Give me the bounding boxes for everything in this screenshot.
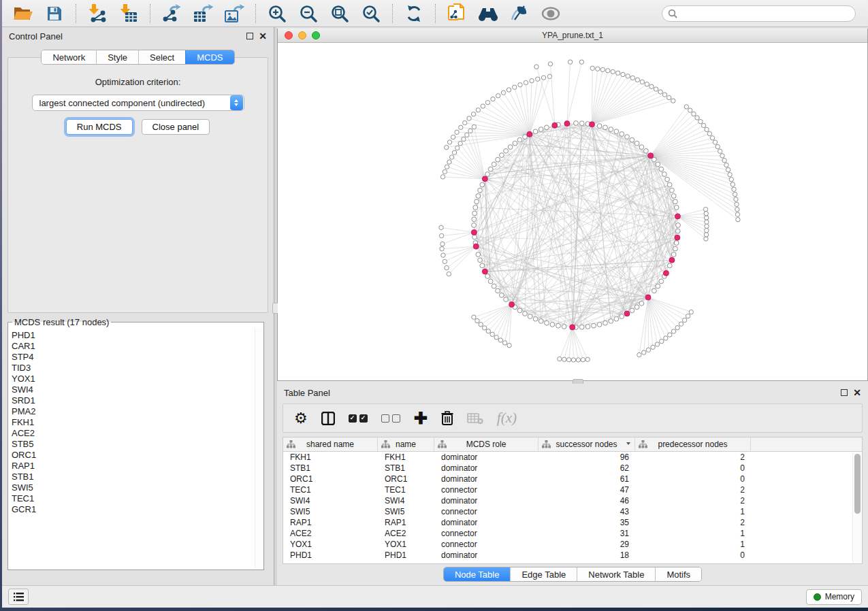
global-search-field[interactable] — [662, 5, 856, 22]
table-cell: STB1 — [378, 463, 434, 474]
zoom-selected-icon[interactable] — [357, 2, 385, 25]
result-node-item[interactable]: STB5 — [12, 439, 254, 450]
table-row[interactable]: ACE2ACE2connector311 — [283, 528, 862, 539]
export-network-icon[interactable] — [157, 2, 186, 25]
table-row[interactable]: TEC1TEC1connector472 — [283, 484, 862, 495]
tab-edge-table[interactable]: Edge Table — [510, 567, 577, 581]
table-settings-icon[interactable]: ⚙ — [294, 408, 308, 429]
result-node-item[interactable]: SRD1 — [12, 395, 254, 406]
result-node-item[interactable]: ACE2 — [12, 428, 254, 439]
column-header-MCDS-role[interactable]: MCDS role — [434, 437, 539, 451]
export-table-icon[interactable] — [189, 2, 217, 25]
table-cell: dominator — [434, 452, 539, 463]
result-node-item[interactable]: SWI5 — [12, 482, 254, 493]
close-panel-icon[interactable]: ✕ — [853, 389, 861, 396]
toolbar-separator — [255, 4, 256, 23]
optimization-criterion-select[interactable]: largest connected component (undirected) — [32, 95, 244, 111]
result-node-item[interactable]: SWI4 — [12, 384, 254, 395]
column-header-shared-name[interactable]: shared name — [283, 437, 378, 451]
result-node-item[interactable]: PMA2 — [12, 406, 254, 417]
tab-node-table[interactable]: Node Table — [444, 567, 511, 581]
control-panel-title: Control Panel — [9, 31, 63, 42]
table-row[interactable]: FKH1FKH1dominator962 — [283, 452, 862, 463]
close-panel-button[interactable]: Close panel — [142, 119, 210, 135]
result-list-scrollbar[interactable] — [255, 329, 263, 568]
zoom-fit-icon[interactable] — [325, 2, 354, 25]
show-graphics-details-icon[interactable] — [536, 2, 565, 25]
search-network-icon[interactable] — [474, 2, 502, 25]
table-cell: SWI4 — [378, 495, 434, 506]
scrollbar-thumb[interactable] — [854, 454, 861, 514]
clone-network-icon[interactable] — [443, 2, 471, 25]
tab-mcds[interactable]: MCDS — [185, 50, 234, 64]
network-window-titlebar[interactable]: YPA_prune.txt_1 — [278, 29, 867, 43]
result-node-item[interactable]: CAR1 — [12, 341, 254, 352]
column-header-predecessor-nodes[interactable]: predecessor nodes — [635, 437, 751, 451]
table-cell: 0 — [635, 550, 751, 561]
apply-preferred-layout-icon[interactable] — [400, 2, 428, 25]
column-header-name[interactable]: name — [378, 437, 434, 451]
zoom-out-icon[interactable] — [294, 2, 323, 25]
open-session-icon[interactable] — [9, 2, 37, 25]
tab-select[interactable]: Select — [138, 50, 185, 64]
show-column-panel-icon[interactable] — [321, 408, 335, 429]
table-header-row: shared namenameMCDS rolesuccessor nodesp… — [283, 437, 862, 452]
result-node-item[interactable]: STB1 — [12, 472, 254, 482]
search-input[interactable] — [681, 9, 850, 18]
table-cell: 62 — [539, 463, 635, 474]
zoom-in-icon[interactable] — [263, 2, 291, 25]
tab-style[interactable]: Style — [96, 50, 138, 64]
deselect-all-rows-icon[interactable] — [381, 408, 400, 429]
table-cell: 2 — [635, 484, 751, 495]
import-table-icon[interactable] — [114, 2, 143, 25]
result-node-item[interactable]: TEC1 — [12, 493, 254, 504]
column-header-successor-nodes[interactable]: successor nodes — [539, 437, 635, 451]
table-row[interactable]: YOX1YOX1connector291 — [283, 539, 862, 550]
table-cell: ORC1 — [283, 474, 378, 484]
task-history-icon[interactable] — [8, 589, 29, 605]
network-canvas[interactable] — [278, 43, 867, 380]
result-node-item[interactable]: STP4 — [12, 352, 254, 363]
result-node-item[interactable]: YOX1 — [12, 374, 254, 384]
save-session-icon[interactable] — [40, 2, 69, 25]
function-builder-icon: f(x) — [497, 408, 517, 429]
table-cell: connector — [434, 539, 539, 550]
tab-network[interactable]: Network — [42, 50, 96, 64]
close-panel-icon[interactable]: ✕ — [259, 33, 267, 39]
float-panel-icon[interactable] — [841, 389, 848, 396]
result-node-item[interactable]: ORC1 — [12, 450, 254, 461]
delete-columns-icon[interactable] — [441, 408, 453, 429]
table-body: FKH1FKH1dominator962STB1STB1dominator620… — [283, 452, 862, 561]
result-node-item[interactable]: RAP1 — [12, 461, 254, 472]
select-all-rows-icon[interactable] — [349, 408, 368, 429]
table-row[interactable]: PHD1PHD1dominator180 — [283, 550, 862, 561]
network-graph[interactable] — [278, 43, 867, 380]
create-column-icon[interactable]: ✚ — [414, 408, 428, 429]
table-row[interactable]: ORC1ORC1dominator610 — [283, 474, 862, 484]
result-node-item[interactable]: GCR1 — [12, 504, 254, 515]
mcds-result-list[interactable]: PHD1CAR1STP4TID3YOX1SWI4SRD1PMA2FKH1ACE2… — [10, 329, 254, 568]
memory-button[interactable]: Memory — [806, 589, 862, 605]
table-cell: 61 — [539, 474, 635, 484]
result-node-item[interactable]: TID3 — [12, 363, 254, 374]
network-view-window: YPA_prune.txt_1 — [277, 29, 868, 381]
table-row[interactable]: RAP1RAP1dominator352 — [283, 517, 862, 528]
float-panel-icon[interactable] — [246, 33, 253, 39]
table-scrollbar[interactable] — [852, 452, 861, 563]
table-cell: RAP1 — [378, 517, 434, 528]
result-node-item[interactable]: FKH1 — [12, 417, 254, 428]
status-bar: Memory — [2, 585, 868, 608]
table-row[interactable]: SWI5SWI5connector431 — [283, 506, 862, 517]
tab-motifs[interactable]: Motifs — [655, 567, 701, 581]
result-node-item[interactable]: PHD1 — [12, 330, 254, 341]
run-mcds-button[interactable]: Run MCDS — [66, 119, 133, 135]
export-image-icon[interactable] — [220, 2, 248, 25]
table-row[interactable]: SWI4SWI4dominator462 — [283, 495, 862, 506]
import-network-icon[interactable] — [83, 2, 112, 25]
tab-network-table[interactable]: Network Table — [577, 567, 655, 581]
node-table[interactable]: shared namenameMCDS rolesuccessor nodesp… — [283, 437, 863, 564]
sort-descending-icon — [626, 442, 630, 445]
table-row[interactable]: STB1STB1dominator620 — [283, 463, 862, 474]
table-cell: STB1 — [283, 463, 378, 474]
hide-graphics-details-icon[interactable] — [505, 2, 534, 25]
